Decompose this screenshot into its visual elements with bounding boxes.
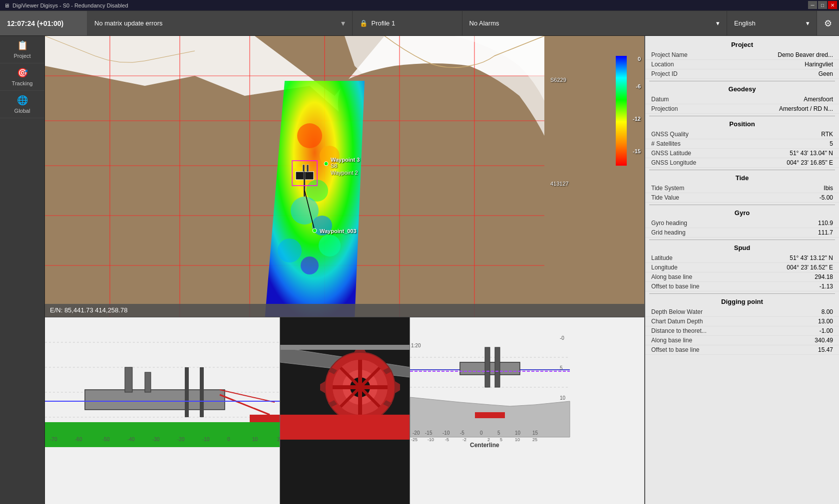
projection-value: Amersfoort / RD N... <box>779 105 833 112</box>
gnss-quality-label: GNSS Quality <box>651 131 689 138</box>
svg-text:-70: -70 <box>50 437 57 442</box>
svg-text:-40: -40 <box>127 437 135 442</box>
project-id-value: Geen <box>819 70 833 77</box>
satellites-label: # Satellites <box>651 140 681 147</box>
gyro-heading-row: Gyro heading 110.9 <box>645 219 839 228</box>
project-name-label: Project Name <box>651 51 688 58</box>
tracking-icon: 🎯 <box>17 67 28 78</box>
spud-offset-value: -1.13 <box>820 283 833 290</box>
spud-offset-row: Offset to base line -1.13 <box>645 282 839 291</box>
project-name-row: Project Name Demo Beaver dred... <box>645 50 839 60</box>
restore-button[interactable]: □ <box>818 1 827 9</box>
matrix-status[interactable]: No matrix update errors ▾ <box>87 11 353 35</box>
digging-along-label: Along base line <box>651 337 692 344</box>
language-selector[interactable]: English ▾ <box>727 11 817 35</box>
svg-text:0: 0 <box>480 430 483 436</box>
depth-scale: 0 -6 -12 -15 <box>616 56 627 166</box>
sidebar-item-global[interactable]: 🌐 Global <box>0 91 44 118</box>
spud-lon-label: Longitude <box>651 264 678 271</box>
map-canvas[interactable]: Waypoint 3 S8 Waypoint 2 Waypoint_003 S6… <box>45 36 644 317</box>
svg-text:10: 10 <box>252 437 258 442</box>
divider-6 <box>649 293 835 294</box>
tide-value-value: -5.00 <box>820 194 833 201</box>
tide-system-row: Tide System Ibis <box>645 184 839 193</box>
coordinates-bar: E/N: 85,441.73 414,258.78 <box>45 304 644 317</box>
svg-text:-30: -30 <box>152 437 160 442</box>
digging-point-section-title: Digging point <box>645 296 839 307</box>
tide-value-label: Tide Value <box>651 194 679 201</box>
divider-3 <box>649 170 835 170</box>
svg-rect-50 <box>200 367 204 417</box>
svg-text:-10: -10 <box>427 437 434 442</box>
matrix-status-text: No matrix update errors <box>94 19 163 27</box>
svg-rect-46 <box>145 372 151 392</box>
lock-icon: 🔒 <box>360 19 368 27</box>
gyro-section: Gyro Gyro heading 110.9 Grid heading 111… <box>645 207 839 238</box>
tide-system-label: Tide System <box>651 185 684 192</box>
depth-label-0: 0 <box>638 56 641 62</box>
project-section-title: Project <box>645 39 839 50</box>
side-profile-panel[interactable]: -20 -10 0 10 20 -70 -60 -50 -40 -30 -20 … <box>45 317 280 504</box>
gyro-heading-label: Gyro heading <box>651 220 687 227</box>
satellites-row: # Satellites 5 <box>645 139 839 149</box>
bottom-panels: -20 -10 0 10 20 -70 -60 -50 -40 -30 -20 … <box>45 317 644 504</box>
spud-section-title: Spud <box>645 242 839 253</box>
geodesy-section: Geodesy Datum Amersfoort Projection Amer… <box>645 83 839 114</box>
alarms-selector[interactable]: No Alarms ▾ <box>462 11 728 35</box>
profile-selector[interactable]: 🔒 Profile 1 <box>353 11 462 35</box>
project-id-label: Project ID <box>651 70 678 77</box>
settings-icon: ⚙ <box>824 18 832 29</box>
svg-text:-60: -60 <box>75 437 82 442</box>
svg-text:-5: -5 <box>460 430 464 436</box>
sidebar-item-tracking[interactable]: 🎯 Tracking <box>0 63 44 91</box>
spud-along-value: 294.18 <box>815 273 833 280</box>
grid-heading-row: Grid heading 111.7 <box>645 228 839 238</box>
close-button[interactable]: ✕ <box>828 1 837 9</box>
svg-point-22 <box>278 239 302 262</box>
svg-rect-26 <box>303 165 305 172</box>
sidebar-item-project[interactable]: 📋 Project <box>0 36 44 63</box>
divider-5 <box>649 240 835 240</box>
svg-text:5: 5 <box>497 430 500 436</box>
project-id-row: Project ID Geen <box>645 69 839 79</box>
cross-section-panel[interactable]: -0 5 10 -20 -15 -10 -5 0 5 10 15 -25 -10… <box>410 317 645 504</box>
svg-text:-25: -25 <box>411 437 418 442</box>
svg-rect-98 <box>475 412 505 418</box>
project-name-value: Demo Beaver dred... <box>778 51 833 58</box>
digging-offset-row: Offset to base line 15.47 <box>645 345 839 355</box>
minimize-button[interactable]: ─ <box>808 1 817 9</box>
svg-text:-10: -10 <box>202 437 210 442</box>
svg-text:-5: -5 <box>445 437 449 442</box>
gnss-quality-value: RTK <box>821 131 833 138</box>
main-content: 📋 Project 🎯 Tracking 🌐 Global <box>0 36 839 504</box>
svg-text:25: 25 <box>532 437 537 442</box>
gnss-quality-row: GNSS Quality RTK <box>645 130 839 139</box>
svg-point-30 <box>324 162 328 166</box>
gnss-lon-label: GNSS Longitude <box>651 159 696 166</box>
divider-4 <box>649 205 835 205</box>
geodesy-section-title: Geodesy <box>645 83 839 95</box>
spud-lat-value: 51° 43' 13.12" N <box>790 254 833 261</box>
depth-label-12: -12 <box>633 116 641 122</box>
svg-text:20: 20 <box>277 437 280 442</box>
cutterhead-panel[interactable] <box>280 317 410 504</box>
digging-offset-label: Offset to base line <box>651 346 700 353</box>
position-section-title: Position <box>645 118 839 130</box>
map-area[interactable]: Waypoint 3 S8 Waypoint 2 Waypoint_003 S6… <box>45 36 644 504</box>
project-section: Project Project Name Demo Beaver dred...… <box>645 39 839 79</box>
svg-text:Centerline: Centerline <box>470 442 499 449</box>
language-dropdown-icon: ▾ <box>806 19 810 27</box>
svg-text:-20: -20 <box>413 430 420 436</box>
global-label: Global <box>14 108 30 114</box>
distance-theoret-label: Distance to theoret... <box>651 327 707 334</box>
matrix-dropdown-icon: ▾ <box>341 18 345 28</box>
settings-button[interactable]: ⚙ <box>817 11 839 35</box>
language-text: English <box>734 19 756 27</box>
time-display: 12:07:24 (+01:00) <box>0 11 87 35</box>
sidebar: 📋 Project 🎯 Tracking 🌐 Global <box>0 36 45 504</box>
depth-label-15: -15 <box>633 148 641 154</box>
coordinates-text: E/N: 85,441.73 414,258.78 <box>50 306 127 314</box>
svg-rect-52 <box>45 422 280 447</box>
alarms-dropdown-icon: ▾ <box>716 19 720 27</box>
svg-text:5: 5 <box>560 365 563 371</box>
